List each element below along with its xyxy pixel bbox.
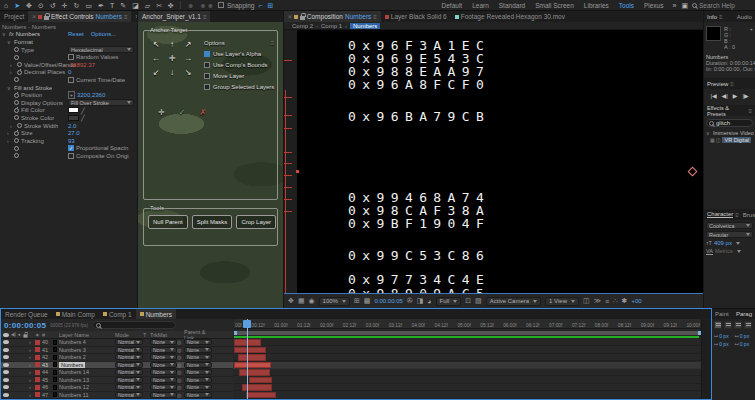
indent-field[interactable]: ↦ 0 px [714,341,733,347]
visibility-eye-icon[interactable] [3,355,9,359]
parent-dropdown[interactable]: None [184,369,212,375]
tab-effect-controls[interactable]: × Effect Controls Numbers ≡ [28,11,131,22]
tab-footage[interactable]: Footage Revealed Hexagon 30.mov [451,11,569,22]
collaborate-users-icon[interactable]: ☻☻ [198,1,215,10]
layer-color-swatch[interactable] [35,355,42,360]
timeline-tab[interactable]: Numbers [136,309,176,319]
tab-composition[interactable]: × Composition Numbers ≡ [284,11,381,22]
stroke-color-swatch[interactable] [68,115,79,121]
visibility-eye-icon[interactable] [3,378,9,382]
blend-mode-dropdown[interactable]: Normal [115,362,143,368]
group-format[interactable]: Format [14,39,33,45]
pickwhip-icon[interactable]: ◎ [177,369,184,375]
pen-tool-icon[interactable]: ✒ [97,1,105,10]
flowchart-icon[interactable]: ∴ [613,297,617,305]
anchor-tool-button[interactable]: Split Masks [192,215,233,229]
parent-dropdown[interactable]: None [184,339,212,345]
timeline-tab[interactable]: Comp 1 [99,309,136,319]
layer-row[interactable]: › 40 Numbers 4 Normal None ◎ None [1,339,233,347]
layer-duration-bar[interactable] [246,392,276,399]
lock-icon[interactable] [300,16,305,20]
font-style-dropdown[interactable]: Regular [706,231,753,238]
layer-name[interactable]: Numbers 14 [59,369,115,375]
orbit-camera-tool-icon[interactable]: ↺ [49,1,57,10]
anchor-top-icon[interactable]: ↑ [170,40,174,49]
blend-mode-dropdown[interactable]: Normal [115,392,143,398]
stopwatch-icon[interactable] [14,100,19,105]
visibility-eye-icon[interactable] [3,363,9,367]
option-checkbox[interactable] [204,73,210,79]
kerning-value[interactable]: Metrics [715,248,733,254]
stroke-width-value[interactable]: 2.0 [68,123,76,129]
workspace-overflow-chevron[interactable]: » [671,1,677,10]
show-channels-icon[interactable]: ◕ [427,298,431,305]
indent-value[interactable]: 0 px [719,333,728,339]
layer-name[interactable]: Numbers 13 [59,377,115,383]
workspace-tab[interactable]: Small Screen [530,2,579,9]
home-icon[interactable]: ⌂ [3,1,9,10]
pickwhip-icon[interactable]: ◎ [177,354,184,360]
option-checkbox[interactable] [204,84,210,90]
magnification-dropdown[interactable]: 100% [319,297,350,306]
parent-dropdown[interactable]: None [184,377,212,383]
previous-frame-button[interactable]: ◀| [722,92,728,99]
composite-original-checkbox[interactable] [68,153,74,159]
show-snapshot-icon[interactable]: ◨ [417,297,424,305]
trkmat-dropdown[interactable]: None [150,384,177,390]
layer-name[interactable]: Numbers 12 [59,384,115,390]
visibility-eye-icon[interactable] [3,393,9,397]
layer-duration-bar[interactable] [239,369,270,376]
indent-value[interactable]: 0 px [740,333,749,339]
pickwhip-icon[interactable]: ◎ [177,392,184,398]
zoom-tool-icon[interactable]: ⊙ [37,1,45,10]
value-offset-value[interactable]: -26892.37 [68,62,95,68]
align-left-button[interactable] [714,321,722,329]
mode-column[interactable]: Mode [115,332,143,338]
font-family-dropdown[interactable]: Coolvetica [706,222,753,229]
tab-paint[interactable]: Paint [715,311,729,317]
visibility-eye-icon[interactable] [3,340,9,344]
camera-dropdown[interactable]: Active Camera [486,297,541,306]
layer-name[interactable]: Numbers 4 [59,339,115,345]
lock-icon[interactable] [44,16,49,20]
workspace-tab[interactable]: Standard [494,2,530,9]
fullscreen-icon[interactable]: ⊞ [267,1,275,10]
stopwatch-icon[interactable] [17,62,22,67]
mask-visibility-icon[interactable]: ▩ [364,297,371,305]
layer-name-column[interactable]: Layer Name [59,332,115,338]
layer-row[interactable]: › 42 Numbers 2 Normal None ◎ None [1,354,233,362]
tab-paragraph[interactable]: Parag [736,311,752,317]
snapshot-camera-icon[interactable]: ✇ [407,297,413,305]
pan-camera-tool-icon[interactable]: ✛ [61,1,69,10]
workspace-tab[interactable]: Libraries [579,2,614,9]
panel-menu-icon[interactable]: ≡ [373,14,377,20]
breadcrumb-item[interactable]: Comp 2 [292,23,313,29]
workspace-tab[interactable]: Default [437,2,468,9]
trkmat-dropdown[interactable]: None [150,392,177,398]
anchor-left-icon[interactable]: ← [152,54,160,63]
blend-mode-dropdown[interactable]: Normal [115,354,143,360]
workspace-tab[interactable]: Learn [467,2,494,9]
anchor-right-icon[interactable]: → [184,54,192,63]
size-value[interactable]: 27.0 [68,130,80,136]
collaborate-user-icon[interactable]: ☻ [186,1,195,10]
tab-preview[interactable]: Preview [707,81,728,87]
first-frame-button[interactable]: |◀ [710,92,716,99]
view-layout-dropdown[interactable]: 1 View [545,297,579,306]
layer-row[interactable]: › 44 Numbers 14 Normal None ◎ None [1,369,233,377]
decimal-places-value[interactable]: 0 [68,69,71,75]
workspace-tab[interactable]: Plexus [639,2,669,9]
anchor-top-left-icon[interactable]: ↖ [153,40,160,49]
layer-name[interactable]: Numbers [59,362,115,368]
stopwatch-icon[interactable] [14,77,19,82]
trkmat-dropdown[interactable]: None [150,339,177,345]
pickwhip-icon[interactable]: ◎ [177,362,184,368]
mini-timeline-icon[interactable]: ≡ [605,298,609,305]
panel-menu-icon[interactable]: ≡ [748,108,752,114]
parent-dropdown[interactable]: None [184,392,212,398]
anchor-bottom-right-icon[interactable]: ↘ [185,68,192,77]
tab-character[interactable]: Character [707,211,733,218]
hand-tool-icon[interactable]: ✥ [25,1,33,10]
pixel-aspect-icon[interactable]: ◫ [583,297,590,305]
blend-mode-dropdown[interactable]: Normal [115,377,143,383]
